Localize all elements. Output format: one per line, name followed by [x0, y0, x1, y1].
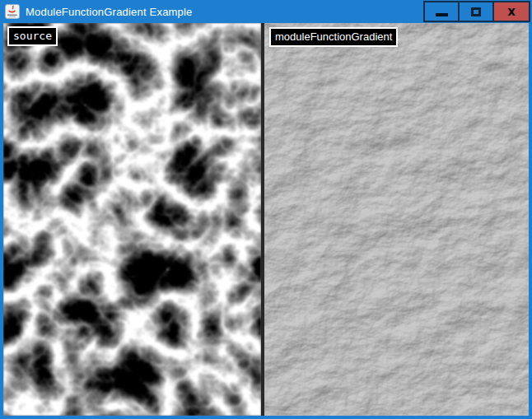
source-noise-image: [3, 23, 261, 416]
module-function-gradient-label: moduleFunctionGradient: [269, 27, 398, 47]
window-controls: x: [423, 1, 530, 22]
client-area: source: [3, 23, 529, 416]
close-icon: x: [507, 6, 516, 18]
close-button[interactable]: x: [492, 1, 530, 22]
java-icon: [5, 4, 20, 19]
module-function-gradient-image: [264, 23, 529, 416]
maximize-icon: [471, 7, 481, 16]
titlebar[interactable]: ModuleFunctionGradient Example x: [0, 0, 532, 23]
maximize-button[interactable]: [458, 1, 494, 22]
window-title: ModuleFunctionGradient Example: [26, 6, 193, 18]
source-panel: source: [3, 23, 261, 416]
app-window: ModuleFunctionGradient Example x: [0, 0, 532, 419]
minimize-icon: [436, 13, 448, 16]
module-function-gradient-panel: moduleFunctionGradient: [264, 23, 529, 416]
source-label: source: [7, 26, 58, 46]
minimize-button[interactable]: [423, 1, 460, 22]
